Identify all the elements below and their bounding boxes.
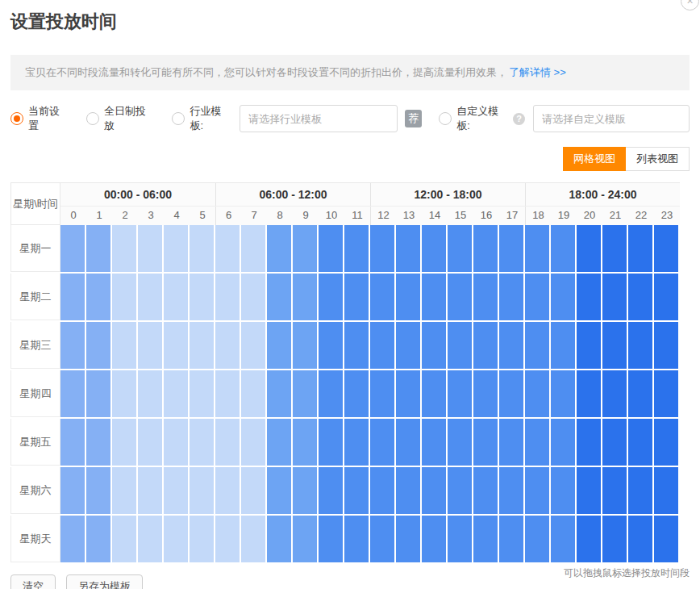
- schedule-cell[interactable]: [267, 225, 293, 272]
- schedule-cell[interactable]: [138, 274, 164, 320]
- schedule-cell[interactable]: [164, 419, 190, 466]
- schedule-cell[interactable]: [370, 225, 396, 272]
- schedule-cell[interactable]: [577, 419, 602, 466]
- schedule-cell[interactable]: [370, 274, 396, 320]
- schedule-cell[interactable]: [499, 225, 525, 272]
- schedule-cell[interactable]: [628, 322, 654, 369]
- schedule-cell[interactable]: [577, 322, 602, 369]
- schedule-cell[interactable]: [525, 225, 551, 272]
- schedule-cell[interactable]: [267, 516, 293, 562]
- schedule-cell[interactable]: [319, 322, 344, 369]
- schedule-cell[interactable]: [293, 516, 319, 562]
- schedule-cell[interactable]: [190, 322, 215, 369]
- schedule-cell[interactable]: [448, 225, 473, 272]
- schedule-cell[interactable]: [267, 274, 293, 320]
- schedule-cell[interactable]: [60, 225, 86, 272]
- schedule-cell[interactable]: [215, 274, 241, 320]
- schedule-cell[interactable]: [241, 370, 267, 417]
- radio-industry-template-icon[interactable]: [172, 112, 185, 125]
- schedule-cell[interactable]: [164, 516, 190, 562]
- schedule-cell[interactable]: [215, 225, 241, 272]
- schedule-cell[interactable]: [628, 419, 654, 466]
- schedule-cell[interactable]: [344, 370, 370, 417]
- schedule-cell[interactable]: [396, 516, 422, 562]
- schedule-cell[interactable]: [60, 370, 86, 417]
- schedule-cell[interactable]: [499, 516, 525, 562]
- schedule-cell[interactable]: [448, 467, 473, 514]
- schedule-cell[interactable]: [577, 516, 602, 562]
- schedule-cell[interactable]: [525, 370, 551, 417]
- radio-custom-template-icon[interactable]: [439, 112, 452, 125]
- close-icon[interactable]: ×: [681, 0, 699, 10]
- help-icon[interactable]: ?: [513, 113, 525, 125]
- schedule-cell[interactable]: [215, 516, 241, 562]
- schedule-cell[interactable]: [654, 322, 680, 369]
- schedule-cell[interactable]: [602, 322, 628, 369]
- schedule-cell[interactable]: [293, 467, 319, 514]
- schedule-cell[interactable]: [86, 370, 112, 417]
- schedule-cell[interactable]: [112, 419, 138, 466]
- schedule-cell[interactable]: [293, 419, 319, 466]
- schedule-cell[interactable]: [525, 274, 551, 320]
- schedule-cell[interactable]: [577, 467, 602, 514]
- schedule-cell[interactable]: [628, 467, 654, 514]
- schedule-cell[interactable]: [422, 467, 448, 514]
- schedule-cell[interactable]: [499, 322, 525, 369]
- radio-current-settings[interactable]: 当前设置: [10, 104, 69, 133]
- schedule-cell[interactable]: [525, 467, 551, 514]
- schedule-cell[interactable]: [112, 516, 138, 562]
- schedule-cell[interactable]: [525, 516, 551, 562]
- schedule-cell[interactable]: [628, 370, 654, 417]
- schedule-cell[interactable]: [551, 467, 577, 514]
- schedule-cell[interactable]: [267, 322, 293, 369]
- schedule-cell[interactable]: [551, 516, 577, 562]
- schedule-cell[interactable]: [654, 467, 680, 514]
- grid-view-button[interactable]: 网格视图: [563, 147, 626, 171]
- schedule-cell[interactable]: [654, 370, 680, 417]
- schedule-cell[interactable]: [396, 322, 422, 369]
- custom-template-input[interactable]: [533, 105, 690, 132]
- schedule-cell[interactable]: [551, 322, 577, 369]
- schedule-cell[interactable]: [370, 370, 396, 417]
- schedule-cell[interactable]: [473, 467, 499, 514]
- schedule-cell[interactable]: [86, 225, 112, 272]
- schedule-cell[interactable]: [60, 467, 86, 514]
- schedule-cell[interactable]: [602, 516, 628, 562]
- schedule-cell[interactable]: [138, 322, 164, 369]
- schedule-cell[interactable]: [525, 322, 551, 369]
- schedule-cell[interactable]: [602, 274, 628, 320]
- schedule-cell[interactable]: [190, 516, 215, 562]
- schedule-cell[interactable]: [215, 467, 241, 514]
- schedule-cell[interactable]: [241, 274, 267, 320]
- schedule-cell[interactable]: [551, 370, 577, 417]
- schedule-cell[interactable]: [112, 274, 138, 320]
- schedule-cell[interactable]: [448, 419, 473, 466]
- schedule-cell[interactable]: [628, 225, 654, 272]
- list-view-button[interactable]: 列表视图: [626, 147, 690, 171]
- schedule-cell[interactable]: [190, 225, 215, 272]
- clear-button[interactable]: 清空: [10, 574, 56, 589]
- schedule-cell[interactable]: [241, 322, 267, 369]
- schedule-cell[interactable]: [138, 516, 164, 562]
- schedule-cell[interactable]: [215, 370, 241, 417]
- schedule-cell[interactable]: [422, 274, 448, 320]
- schedule-cell[interactable]: [370, 516, 396, 562]
- schedule-cell[interactable]: [344, 516, 370, 562]
- schedule-cell[interactable]: [138, 467, 164, 514]
- schedule-cell[interactable]: [344, 322, 370, 369]
- schedule-cell[interactable]: [293, 274, 319, 320]
- schedule-cell[interactable]: [138, 370, 164, 417]
- radio-fulltime[interactable]: 全日制投放: [86, 104, 155, 133]
- schedule-cell[interactable]: [138, 419, 164, 466]
- schedule-cell[interactable]: [267, 419, 293, 466]
- schedule-cell[interactable]: [86, 274, 112, 320]
- schedule-cell[interactable]: [525, 419, 551, 466]
- schedule-cell[interactable]: [112, 370, 138, 417]
- schedule-cell[interactable]: [602, 370, 628, 417]
- schedule-cell[interactable]: [215, 419, 241, 466]
- industry-template-input[interactable]: [240, 105, 398, 132]
- schedule-cell[interactable]: [499, 274, 525, 320]
- schedule-cell[interactable]: [499, 370, 525, 417]
- schedule-cell[interactable]: [112, 467, 138, 514]
- schedule-cell[interactable]: [499, 419, 525, 466]
